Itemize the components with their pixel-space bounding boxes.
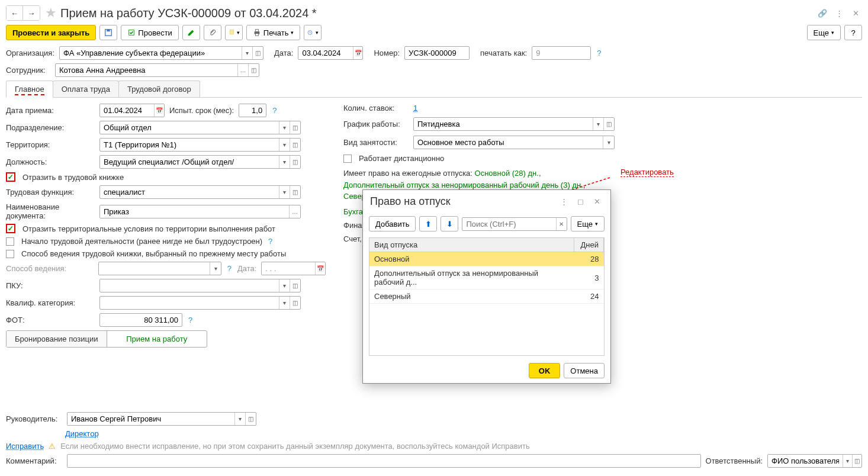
schedule-field[interactable]: ▾ ◫: [413, 117, 615, 131]
help-icon[interactable]: ?: [267, 237, 274, 246]
workbook-method-checkbox[interactable]: [6, 250, 14, 258]
favorite-icon[interactable]: ★: [45, 5, 57, 21]
pku-field[interactable]: ▾ ◫: [99, 279, 301, 292]
ellipsis-icon[interactable]: …: [237, 64, 248, 76]
edit-vacation-link[interactable]: Редактировать: [621, 168, 674, 177]
help-icon[interactable]: ?: [596, 49, 602, 57]
open-icon[interactable]: ◫: [248, 64, 259, 76]
back-button[interactable]: ←: [7, 6, 23, 20]
calendar-icon[interactable]: 📅: [353, 47, 363, 59]
modal-maximize-icon[interactable]: ◻: [574, 195, 587, 208]
open-icon[interactable]: ◫: [245, 413, 256, 425]
territory-field[interactable]: ▾ ◫: [99, 138, 301, 152]
hire-date-field[interactable]: 📅: [99, 104, 165, 117]
seg-hire[interactable]: Прием на работу: [107, 331, 207, 347]
director-link[interactable]: Директор: [65, 429, 99, 438]
cancel-button[interactable]: Отмена: [564, 363, 605, 378]
open-icon[interactable]: ◫: [290, 139, 300, 151]
reflect-workbook-checkbox[interactable]: [6, 172, 15, 182]
modal-more-button[interactable]: Еще: [571, 216, 605, 231]
date-field[interactable]: 📅: [298, 46, 363, 60]
move-up-button[interactable]: ⬆: [419, 216, 437, 231]
action-button[interactable]: [304, 25, 322, 40]
modal-search[interactable]: ✕: [462, 217, 567, 231]
dropdown-icon[interactable]: ▾: [279, 297, 290, 309]
employment-field[interactable]: ▾: [413, 136, 615, 149]
dropdown-icon[interactable]: ▾: [593, 118, 603, 130]
calendar-icon[interactable]: 📅: [154, 104, 164, 117]
open-icon[interactable]: ◫: [290, 279, 300, 292]
edit-button[interactable]: [182, 25, 200, 40]
table-row[interactable]: Дополнительный отпуск за ненормированный…: [369, 266, 604, 290]
tab-main[interactable]: Главное: [6, 81, 53, 98]
dept-field[interactable]: ▾ ◫: [99, 121, 301, 134]
seg-booking[interactable]: Бронирование позиции: [7, 331, 107, 347]
date2-field: 📅: [261, 262, 326, 275]
modal-menu-icon[interactable]: ⋮: [557, 195, 570, 208]
ok-button[interactable]: OK: [529, 363, 561, 378]
manager-field[interactable]: ▾ ◫: [67, 412, 256, 426]
ellipsis-icon[interactable]: …: [289, 205, 300, 218]
dropdown-icon[interactable]: ▾: [234, 413, 245, 425]
template-button[interactable]: [225, 25, 243, 40]
dropdown-icon[interactable]: ▾: [279, 156, 290, 168]
dropdown-icon[interactable]: ▾: [279, 139, 290, 151]
rates-link[interactable]: 1: [413, 104, 417, 112]
reflect-territory-checkbox[interactable]: [6, 224, 15, 233]
dropdown-icon[interactable]: ▾: [279, 279, 290, 292]
forward-button[interactable]: →: [23, 6, 40, 20]
add-button[interactable]: Добавить: [369, 216, 416, 231]
col-type[interactable]: Вид отпуска: [369, 238, 574, 252]
open-icon[interactable]: ◫: [252, 47, 263, 59]
fix-link[interactable]: Исправить: [6, 442, 44, 451]
probation-field[interactable]: [239, 104, 266, 117]
vacation-main-link[interactable]: Основной (28) дн.: [475, 169, 539, 178]
col-days[interactable]: Дней: [574, 238, 604, 252]
help-icon[interactable]: ?: [187, 316, 194, 324]
attach-button[interactable]: [204, 25, 221, 40]
qualif-field[interactable]: ▾ ◫: [99, 296, 301, 310]
open-icon[interactable]: ◫: [290, 186, 300, 198]
open-icon[interactable]: ◫: [852, 455, 861, 467]
table-row[interactable]: Основной28: [369, 252, 604, 266]
tab-contract[interactable]: Трудовой договор: [118, 81, 200, 97]
help-icon[interactable]: ?: [226, 264, 233, 273]
employee-field[interactable]: … ◫: [55, 63, 259, 77]
position-field[interactable]: ▾ ◫: [99, 155, 301, 169]
doc-name-field[interactable]: …: [99, 205, 301, 218]
help-button[interactable]: ?: [844, 25, 862, 40]
close-icon[interactable]: ✕: [849, 7, 862, 20]
clear-icon[interactable]: ✕: [556, 218, 567, 230]
dropdown-icon[interactable]: ▾: [279, 186, 290, 198]
post-button[interactable]: Провести: [121, 25, 179, 40]
fot-field[interactable]: [99, 313, 182, 327]
print-button[interactable]: Печать: [246, 25, 301, 40]
print-as-field[interactable]: [532, 46, 591, 60]
dropdown-icon[interactable]: ▾: [603, 136, 614, 149]
save-button[interactable]: [99, 25, 117, 40]
open-icon[interactable]: ◫: [603, 118, 614, 130]
dropdown-icon[interactable]: ▾: [279, 121, 290, 134]
menu-icon[interactable]: ⋮: [832, 7, 846, 20]
comment-field[interactable]: [67, 454, 701, 468]
help-icon[interactable]: ?: [271, 106, 278, 115]
function-field[interactable]: ▾ ◫: [99, 185, 301, 199]
dropdown-icon[interactable]: ▾: [843, 455, 852, 467]
link-icon[interactable]: 🔗: [816, 7, 829, 20]
more-button[interactable]: Еще: [807, 25, 841, 40]
post-close-button[interactable]: Провести и закрыть: [6, 25, 96, 40]
number-field[interactable]: [404, 46, 470, 60]
tab-payment[interactable]: Оплата труда: [53, 81, 119, 97]
first-job-checkbox[interactable]: [6, 237, 14, 246]
modal-close-icon[interactable]: ✕: [590, 195, 603, 208]
vacation-extra-link[interactable]: Дополнительный отпуск за ненормированный…: [343, 181, 583, 189]
open-icon[interactable]: ◫: [290, 156, 300, 168]
table-row[interactable]: Северный24: [369, 290, 604, 304]
org-field[interactable]: ▾ ◫: [59, 46, 263, 60]
open-icon[interactable]: ◫: [290, 297, 300, 309]
move-down-button[interactable]: ⬇: [441, 216, 458, 231]
open-icon[interactable]: ◫: [290, 121, 300, 134]
dropdown-icon[interactable]: ▾: [242, 47, 252, 59]
remote-checkbox[interactable]: [343, 155, 352, 163]
responsible-field[interactable]: ▾ ◫: [767, 454, 862, 468]
